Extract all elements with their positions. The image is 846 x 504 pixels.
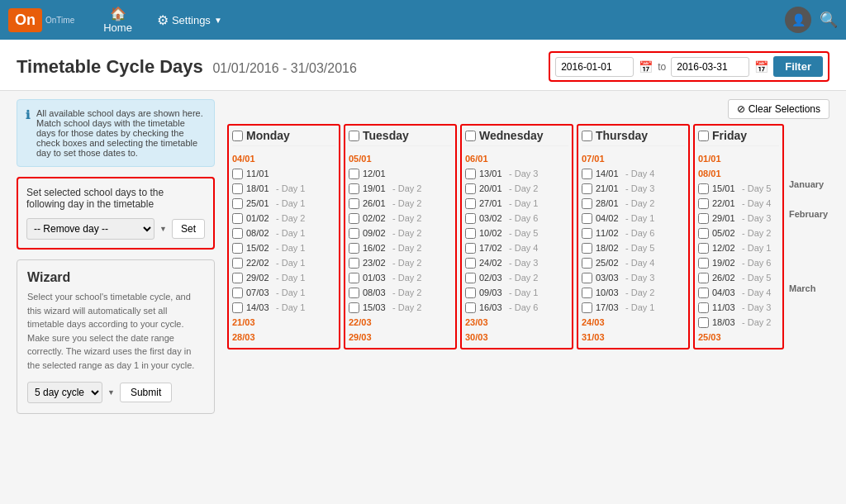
day-label: - Day 2 xyxy=(392,288,421,297)
date-row: 21/01 - Day 3 xyxy=(582,181,685,196)
date-checkbox[interactable] xyxy=(698,213,709,224)
friday-header-checkbox[interactable] xyxy=(698,131,709,141)
wednesday-header-checkbox[interactable] xyxy=(465,131,476,141)
calendar-to-icon[interactable]: 📅 xyxy=(754,60,768,74)
date-checkbox[interactable] xyxy=(349,228,359,239)
brand-logo[interactable]: On xyxy=(8,8,42,32)
date-to-input[interactable] xyxy=(671,57,749,77)
clear-selections-button[interactable]: ⊘ Clear Selections xyxy=(728,99,829,119)
date-checkbox[interactable] xyxy=(582,243,592,254)
avatar[interactable]: 👤 xyxy=(785,7,811,33)
cycle-dropdown-icon: ▼ xyxy=(107,388,115,397)
cycle-select[interactable]: 5 day cycle xyxy=(27,382,102,403)
date-checkbox[interactable] xyxy=(349,198,359,209)
day-label: - Day 2 xyxy=(392,302,421,312)
date-checkbox[interactable] xyxy=(698,258,709,269)
date-checkbox[interactable] xyxy=(232,169,243,179)
day-label: - Day 2 xyxy=(392,258,421,268)
date-checkbox[interactable] xyxy=(698,243,709,254)
date-checkbox[interactable] xyxy=(582,183,592,194)
date-checkbox[interactable] xyxy=(349,273,359,283)
day-label: - Day 2 xyxy=(742,228,771,238)
date-checkbox[interactable] xyxy=(232,228,243,239)
date-checkbox[interactable] xyxy=(582,169,592,179)
info-box: ℹ All available school days are shown he… xyxy=(17,99,215,167)
date-row: 03/03 - Day 3 xyxy=(582,270,685,285)
date-checkbox[interactable] xyxy=(582,213,592,224)
date-cell: 09/02 xyxy=(363,228,389,238)
nav-settings[interactable]: ⚙ Settings ▼ xyxy=(157,12,222,28)
ban-icon: ⊘ xyxy=(737,103,745,115)
date-checkbox[interactable] xyxy=(232,288,243,298)
date-row: 04/01 xyxy=(232,151,335,166)
search-icon[interactable]: 🔍 xyxy=(820,11,838,29)
monday-header-checkbox[interactable] xyxy=(232,131,243,141)
date-checkbox[interactable] xyxy=(232,302,243,313)
date-checkbox[interactable] xyxy=(465,198,476,209)
january-text: January xyxy=(789,179,824,189)
date-row: 22/03 xyxy=(349,315,452,330)
date-checkbox[interactable] xyxy=(349,213,359,224)
date-checkbox[interactable] xyxy=(698,228,709,239)
date-cell: 09/03 xyxy=(479,288,506,297)
date-row: 18/02 - Day 5 xyxy=(582,240,685,255)
date-checkbox[interactable] xyxy=(582,228,592,239)
friday-and-months: Friday 01/01 08/01 15/01 - Day 5 xyxy=(690,124,829,349)
date-checkbox[interactable] xyxy=(465,273,476,283)
date-checkbox[interactable] xyxy=(698,317,709,328)
date-row: 01/02 - Day 2 xyxy=(232,211,335,226)
nav-home[interactable]: 🏠 Home xyxy=(103,6,132,34)
day-select[interactable]: -- Remove day -- xyxy=(26,218,154,240)
date-checkbox[interactable] xyxy=(349,183,359,194)
date-checkbox[interactable] xyxy=(465,169,476,179)
date-checkbox[interactable] xyxy=(465,258,476,269)
date-checkbox[interactable] xyxy=(232,198,243,209)
date-checkbox[interactable] xyxy=(349,258,359,269)
date-checkbox[interactable] xyxy=(582,198,592,209)
date-checkbox[interactable] xyxy=(698,198,709,209)
date-row: 26/01 - Day 2 xyxy=(349,196,452,211)
date-checkbox[interactable] xyxy=(465,288,476,298)
date-from-input[interactable] xyxy=(555,57,634,77)
date-checkbox[interactable] xyxy=(349,302,359,313)
date-checkbox[interactable] xyxy=(465,302,476,313)
date-checkbox[interactable] xyxy=(232,258,243,269)
date-row: 17/03 - Day 1 xyxy=(582,300,685,315)
day-label: - Day 1 xyxy=(276,183,305,193)
calendar-from-icon[interactable]: 📅 xyxy=(639,60,653,74)
date-row: 04/03 - Day 4 xyxy=(698,285,779,300)
date-checkbox[interactable] xyxy=(698,302,709,313)
tuesday-header-checkbox[interactable] xyxy=(349,131,359,141)
date-checkbox[interactable] xyxy=(698,183,709,194)
date-checkbox[interactable] xyxy=(582,258,592,269)
thursday-header-checkbox[interactable] xyxy=(582,131,592,141)
date-checkbox[interactable] xyxy=(698,288,709,298)
date-checkbox[interactable] xyxy=(582,288,592,298)
date-checkbox[interactable] xyxy=(465,213,476,224)
date-checkbox[interactable] xyxy=(465,243,476,254)
date-cell: 15/03 xyxy=(363,302,389,312)
date-checkbox[interactable] xyxy=(232,183,243,194)
date-checkbox[interactable] xyxy=(582,273,592,283)
friday-header: Friday xyxy=(698,129,779,146)
submit-button[interactable]: Submit xyxy=(120,383,172,402)
date-checkbox[interactable] xyxy=(349,243,359,254)
day-label: - Day 6 xyxy=(625,228,654,238)
date-row: 23/03 xyxy=(465,315,568,330)
day-label: - Day 1 xyxy=(742,243,771,253)
wizard-controls: 5 day cycle ▼ Submit xyxy=(27,382,204,403)
day-label: - Day 4 xyxy=(742,288,771,297)
date-cell: 04/02 xyxy=(596,213,622,223)
filter-button[interactable]: Filter xyxy=(773,56,823,77)
date-checkbox[interactable] xyxy=(582,302,592,313)
date-checkbox[interactable] xyxy=(232,273,243,283)
date-checkbox[interactable] xyxy=(232,243,243,254)
date-checkbox[interactable] xyxy=(349,169,359,179)
date-checkbox[interactable] xyxy=(465,228,476,239)
set-button[interactable]: Set xyxy=(172,219,205,239)
date-row: 22/02 - Day 1 xyxy=(232,255,335,270)
date-checkbox[interactable] xyxy=(698,273,709,283)
date-checkbox[interactable] xyxy=(232,213,243,224)
date-checkbox[interactable] xyxy=(465,183,476,194)
date-checkbox[interactable] xyxy=(349,288,359,298)
